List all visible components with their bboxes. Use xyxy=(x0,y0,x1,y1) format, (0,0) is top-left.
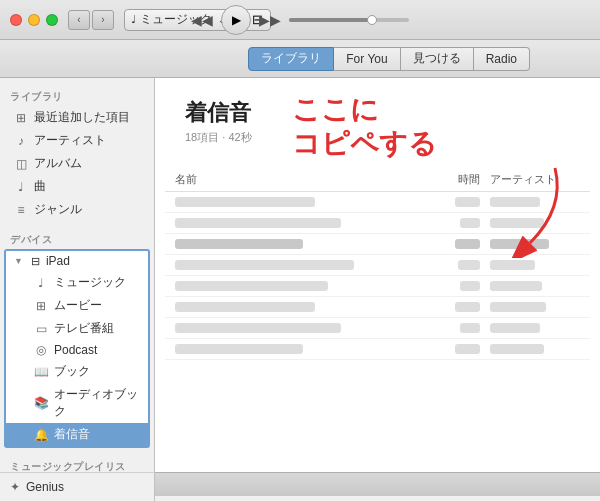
podcast-icon: ◎ xyxy=(34,343,48,357)
table-row[interactable] xyxy=(165,234,590,255)
music-sub-icon: ♩ xyxy=(34,276,48,290)
ipad-children: ♩ ミュージック ⊞ ムービー ▭ テレビ番組 ◎ Podcast 📖 ブック … xyxy=(4,271,150,423)
sidebar-item-ringtone-label: 着信音 xyxy=(54,426,90,443)
artist-icon: ♪ xyxy=(14,134,28,148)
col-time-header: 時間 xyxy=(430,172,480,187)
tab-find[interactable]: 見つける xyxy=(401,47,474,71)
ringtone-meta: 18項目 · 42秒 xyxy=(185,130,252,145)
sidebar-item-artist-label: アーティスト xyxy=(34,132,106,149)
content-area: 着信音 18項目 · 42秒 ここに コピペする 名前 xyxy=(155,78,600,477)
table-row[interactable] xyxy=(165,276,590,297)
tv-icon: ▭ xyxy=(34,322,48,336)
sidebar-item-music-label: ミュージック xyxy=(54,274,126,291)
main-content: ライブラリ ⊞ 最近追加した項目 ♪ アーティスト ◫ アルバム ♩ 曲 ≡ ジ… xyxy=(0,78,600,477)
sidebar-item-music[interactable]: ♩ ミュージック xyxy=(6,271,148,294)
genius-icon: ✦ xyxy=(10,480,20,494)
library-section-label: ライブラリ xyxy=(0,86,154,106)
sidebar-item-song[interactable]: ♩ 曲 xyxy=(0,175,154,198)
sidebar-item-recent-label: 最近追加した項目 xyxy=(34,109,130,126)
table-row[interactable] xyxy=(165,339,590,360)
sidebar-item-genre-label: ジャンル xyxy=(34,201,82,218)
tab-library[interactable]: ライブラリ xyxy=(248,47,334,71)
sidebar-item-tv[interactable]: ▭ テレビ番組 xyxy=(6,317,148,340)
sidebar-item-album-label: アルバム xyxy=(34,155,82,172)
sidebar-item-movie[interactable]: ⊞ ムービー xyxy=(6,294,148,317)
traffic-lights xyxy=(10,14,58,26)
sidebar-item-album[interactable]: ◫ アルバム xyxy=(0,152,154,175)
annotation-text: ここに コピペする xyxy=(292,93,437,160)
table-row[interactable] xyxy=(165,297,590,318)
sidebar-item-movie-label: ムービー xyxy=(54,297,102,314)
sidebar-item-genius-label: Genius xyxy=(26,480,64,494)
sidebar-item-song-label: 曲 xyxy=(34,178,46,195)
close-button[interactable] xyxy=(10,14,22,26)
minimize-button[interactable] xyxy=(28,14,40,26)
back-button[interactable]: ‹ xyxy=(68,10,90,30)
playback-controls: ◀◀ ▶ ▶▶ xyxy=(191,0,409,40)
device-section-label: デバイス xyxy=(0,229,154,249)
sidebar-item-ipad[interactable]: ▼ ⊟ iPad xyxy=(4,249,150,271)
expander-icon: ▼ xyxy=(14,256,23,266)
recent-icon: ⊞ xyxy=(14,111,28,125)
ringtone-icon: 🔔 xyxy=(34,428,48,442)
tab-radio[interactable]: Radio xyxy=(474,47,530,71)
tab-group: ライブラリ For You 見つける Radio xyxy=(248,47,530,71)
maximize-button[interactable] xyxy=(46,14,58,26)
table-row[interactable] xyxy=(165,192,590,213)
table-row[interactable] xyxy=(165,213,590,234)
table-row[interactable] xyxy=(165,318,590,339)
content-table: 名前 時間 アーティスト xyxy=(155,168,600,360)
table-row[interactable] xyxy=(165,255,590,276)
ipad-device-icon: ⊟ xyxy=(31,255,40,268)
sidebar-item-tv-label: テレビ番組 xyxy=(54,320,114,337)
sidebar-item-book[interactable]: 📖 ブック xyxy=(6,360,148,383)
sidebar-item-artist[interactable]: ♪ アーティスト xyxy=(0,129,154,152)
col-name-header: 名前 xyxy=(175,172,430,187)
titlebar: ‹ › ♩ ミュージック ⌄ ⊟ ◀◀ ▶ ▶▶ xyxy=(0,0,600,40)
album-icon: ◫ xyxy=(14,157,28,171)
progress-knob[interactable] xyxy=(367,15,377,25)
genre-icon: ≡ xyxy=(14,203,28,217)
sidebar-item-genius[interactable]: ✦ Genius xyxy=(0,477,154,497)
annotation-line1: ここに xyxy=(292,93,437,127)
ringtone-info: 着信音 18項目 · 42秒 xyxy=(185,98,252,145)
sidebar-item-audiobook-label: オーディオブック xyxy=(54,386,138,420)
progress-bar[interactable] xyxy=(289,18,409,22)
song-icon: ♩ xyxy=(14,180,28,194)
sidebar-item-ringtone[interactable]: 🔔 着信音 xyxy=(4,423,150,448)
sidebar-item-genre[interactable]: ≡ ジャンル xyxy=(0,198,154,221)
bottom-bar: ✦ Genius xyxy=(0,472,600,501)
sidebar-item-ipad-label: iPad xyxy=(46,254,70,268)
content-header: 着信音 18項目 · 42秒 ここに コピペする xyxy=(155,78,600,168)
statusbar xyxy=(155,472,600,496)
progress-fill xyxy=(289,18,373,22)
music-note-icon: ♩ xyxy=(131,13,136,26)
ringtone-title: 着信音 xyxy=(185,98,252,128)
sidebar-item-audiobook[interactable]: 📚 オーディオブック xyxy=(6,383,148,423)
nav-arrows: ‹ › xyxy=(68,10,114,30)
movie-icon: ⊞ xyxy=(34,299,48,313)
forward-button[interactable]: › xyxy=(92,10,114,30)
sidebar: ライブラリ ⊞ 最近追加した項目 ♪ アーティスト ◫ アルバム ♩ 曲 ≡ ジ… xyxy=(0,78,155,477)
sidebar-item-book-label: ブック xyxy=(54,363,90,380)
previous-button[interactable]: ◀◀ xyxy=(191,12,213,28)
sidebar-item-podcast[interactable]: ◎ Podcast xyxy=(6,340,148,360)
sidebar-item-podcast-label: Podcast xyxy=(54,343,97,357)
next-button[interactable]: ▶▶ xyxy=(259,12,281,28)
sidebar-footer: ✦ Genius xyxy=(0,472,155,501)
book-icon: 📖 xyxy=(34,365,48,379)
col-artist-header: アーティスト xyxy=(480,172,580,187)
toolbar: ライブラリ For You 見つける Radio xyxy=(0,40,600,78)
sidebar-item-recent[interactable]: ⊞ 最近追加した項目 xyxy=(0,106,154,129)
play-button[interactable]: ▶ xyxy=(221,5,251,35)
annotation-line2: コピペする xyxy=(292,127,437,161)
table-header: 名前 時間 アーティスト xyxy=(165,168,590,192)
tab-for-you[interactable]: For You xyxy=(334,47,400,71)
play-icon: ▶ xyxy=(232,13,241,27)
audiobook-icon: 📚 xyxy=(34,396,48,410)
